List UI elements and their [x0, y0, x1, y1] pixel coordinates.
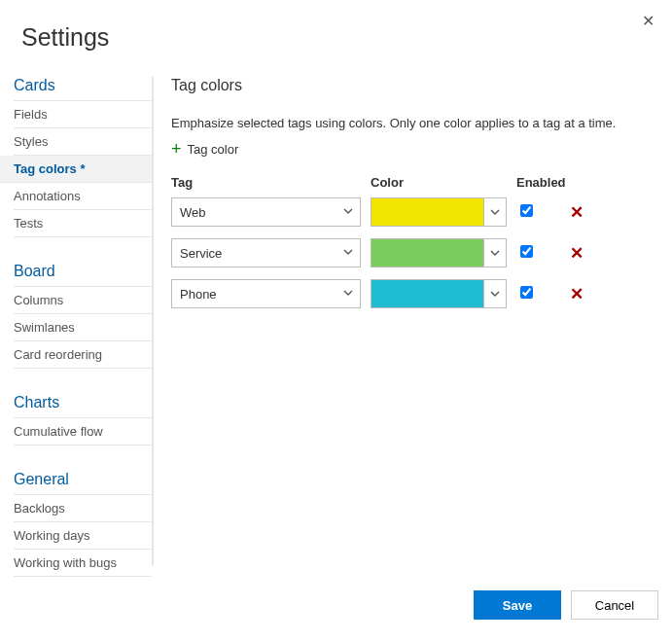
delete-row-icon[interactable]: ✕	[570, 202, 584, 223]
col-header-enabled: Enabled	[516, 175, 560, 197]
color-swatch	[371, 238, 483, 267]
sidebar-item[interactable]: Card reordering	[14, 341, 152, 369]
dialog-title: Settings	[0, 0, 672, 59]
save-button[interactable]: Save	[474, 590, 561, 620]
content-panel: Tag colors Emphasize selected tags using…	[154, 77, 672, 565]
tag-select[interactable]: Phone	[171, 279, 361, 308]
tag-select-value: Phone	[172, 287, 336, 302]
dialog-footer: Save Cancel	[474, 590, 658, 620]
color-select[interactable]	[371, 238, 507, 267]
color-select[interactable]	[371, 197, 507, 227]
sidebar-item[interactable]: Cumulative flow	[14, 418, 152, 445]
chevron-down-icon	[336, 287, 360, 302]
sidebar-group-header: General	[14, 465, 152, 495]
enabled-checkbox[interactable]	[520, 204, 533, 217]
close-icon[interactable]: ✕	[642, 12, 654, 30]
section-description: Emphasize selected tags using colors. On…	[171, 116, 653, 130]
color-swatch	[371, 197, 483, 227]
tag-select[interactable]: Service	[171, 238, 361, 267]
sidebar-item[interactable]: Working days	[14, 522, 152, 550]
sidebar-item[interactable]: Tests	[14, 210, 152, 237]
sidebar-item[interactable]: Styles	[14, 128, 152, 156]
sidebar-group-header: Cards	[14, 77, 152, 101]
add-tag-color-button[interactable]: + Tag color	[171, 140, 653, 158]
sidebar-item[interactable]: Tag colors *	[0, 156, 152, 183]
tag-select[interactable]: Web	[171, 197, 361, 227]
sidebar: CardsFieldsStylesTag colors *Annotations…	[0, 77, 154, 565]
sidebar-item[interactable]: Annotations	[14, 183, 152, 210]
tag-select-value: Web	[172, 205, 336, 220]
add-label: Tag color	[188, 142, 239, 157]
enabled-checkbox[interactable]	[520, 245, 533, 258]
sidebar-item[interactable]: Swimlanes	[14, 314, 152, 341]
col-header-tag: Tag	[171, 175, 361, 197]
cancel-button[interactable]: Cancel	[571, 590, 658, 620]
delete-row-icon[interactable]: ✕	[570, 243, 584, 264]
chevron-down-icon	[483, 279, 507, 308]
chevron-down-icon	[483, 197, 507, 227]
chevron-down-icon	[483, 238, 507, 267]
enabled-checkbox[interactable]	[520, 286, 533, 299]
sidebar-item[interactable]: Fields	[14, 101, 152, 128]
sidebar-group-header: Board	[14, 257, 152, 287]
plus-icon: +	[171, 140, 182, 158]
chevron-down-icon	[336, 246, 360, 261]
sidebar-item[interactable]: Working with bugs	[14, 550, 152, 577]
delete-row-icon[interactable]: ✕	[570, 284, 584, 304]
chevron-down-icon	[336, 205, 360, 220]
sidebar-item[interactable]: Backlogs	[14, 495, 152, 522]
sidebar-group-header: Charts	[14, 388, 152, 418]
color-select[interactable]	[371, 279, 507, 308]
col-header-color: Color	[371, 175, 507, 197]
section-title: Tag colors	[171, 77, 653, 94]
sidebar-item[interactable]: Columns	[14, 287, 152, 314]
color-swatch	[371, 279, 483, 308]
tag-select-value: Service	[172, 246, 336, 261]
